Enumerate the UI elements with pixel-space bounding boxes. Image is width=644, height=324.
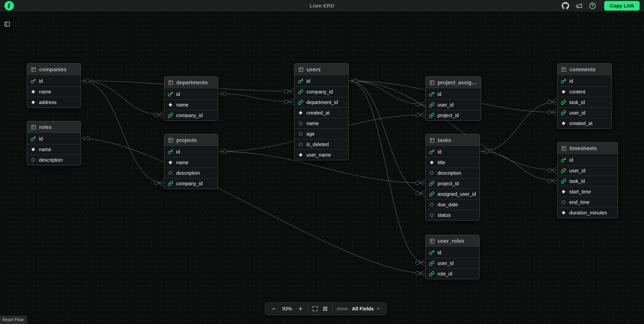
table-header[interactable]: project_assignments: [426, 77, 481, 89]
table-header[interactable]: comments: [558, 64, 611, 76]
app-header: ℓ Liam ERD Copy Link: [0, 0, 644, 12]
field-row-projects-company_id[interactable]: company_id: [164, 178, 218, 189]
field-name: name: [176, 160, 188, 166]
link-icon: [298, 89, 303, 94]
react-flow-attribution[interactable]: React Flow: [0, 316, 27, 324]
field-row-user_roles-user_id[interactable]: user_id: [426, 258, 479, 268]
field-row-tasks-project_id[interactable]: project_id: [426, 178, 480, 189]
table-name: companies: [39, 67, 66, 73]
field-name: id: [39, 78, 43, 84]
field-row-project_assignments-user_id[interactable]: user_id: [426, 99, 481, 110]
field-name: assigned_user_id: [438, 191, 476, 197]
github-button[interactable]: [561, 2, 570, 10]
link-icon: [168, 181, 173, 186]
field-row-companies-id[interactable]: id: [27, 76, 81, 86]
table-header[interactable]: users: [294, 64, 348, 76]
table-header[interactable]: user_roles: [426, 235, 479, 247]
field-row-user_roles-role_id[interactable]: role_id: [426, 268, 479, 279]
field-row-users-name[interactable]: name: [294, 118, 348, 128]
field-row-companies-name[interactable]: name: [27, 86, 81, 97]
zoom-in-button[interactable]: +: [298, 305, 304, 312]
table-header[interactable]: timesheets: [558, 142, 618, 155]
help-circle-icon: [589, 2, 596, 10]
link-icon: [429, 102, 434, 108]
field-row-tasks-title[interactable]: title: [426, 157, 480, 168]
field-row-projects-description[interactable]: description: [164, 168, 218, 178]
fields-filter-dropdown[interactable]: All Fields: [352, 306, 381, 312]
table-node-projects[interactable]: projectsidnamedescriptioncompany_id: [164, 134, 218, 189]
field-row-companies-address[interactable]: address: [27, 97, 81, 107]
field-row-timesheets-user_id[interactable]: user_id: [558, 165, 618, 176]
table-node-comments[interactable]: commentsidcontenttask_iduser_idcreated_a…: [557, 63, 612, 129]
field-row-tasks-due_date[interactable]: due_date: [426, 199, 480, 210]
diamond-outline-icon: [298, 131, 303, 136]
field-row-users-created_at[interactable]: created_at: [294, 107, 348, 118]
copy-link-button[interactable]: Copy Link: [604, 1, 640, 11]
field-row-timesheets-start_time[interactable]: start_time: [558, 186, 618, 197]
field-row-comments-user_id[interactable]: user_id: [558, 107, 611, 118]
field-name: id: [306, 78, 310, 84]
field-row-users-user_name[interactable]: user_name: [294, 149, 348, 160]
field-name: end_time: [569, 200, 590, 205]
field-row-roles-description[interactable]: description: [27, 154, 81, 165]
field-row-timesheets-end_time[interactable]: end_time: [558, 197, 618, 207]
field-row-timesheets-duration_minutes[interactable]: duration_minutes: [558, 207, 618, 218]
erd-canvas[interactable]: companiesidnameaddressrolesidnamedescrip…: [0, 12, 644, 324]
field-row-tasks-id[interactable]: id: [426, 146, 480, 157]
field-row-comments-content[interactable]: content: [558, 86, 611, 97]
field-row-users-id[interactable]: id: [294, 76, 348, 86]
link-icon: [429, 261, 434, 266]
field-name: user_id: [438, 261, 454, 266]
zoom-out-button[interactable]: −: [271, 305, 277, 312]
field-row-comments-id[interactable]: id: [558, 76, 611, 86]
field-row-tasks-assigned_user_id[interactable]: assigned_user_id: [426, 189, 480, 199]
field-row-users-is_deleted[interactable]: is_deleted: [294, 139, 348, 149]
field-row-timesheets-id[interactable]: id: [558, 155, 618, 165]
table-header[interactable]: departments: [164, 77, 218, 89]
field-row-departments-id[interactable]: id: [164, 89, 218, 99]
table-header[interactable]: companies: [27, 64, 81, 76]
field-row-tasks-description[interactable]: description: [426, 168, 480, 178]
field-row-roles-name[interactable]: name: [27, 144, 81, 154]
table-node-departments[interactable]: departmentsidnamecompany_id: [164, 76, 218, 121]
table-node-roles[interactable]: rolesidnamedescription: [27, 121, 81, 166]
field-row-comments-created_at[interactable]: created_at: [558, 118, 611, 128]
fields-filter-value: All Fields: [352, 306, 374, 312]
field-row-users-age[interactable]: age: [294, 128, 348, 139]
field-row-projects-id[interactable]: id: [164, 146, 218, 157]
sidebar-toggle-button[interactable]: [3, 20, 12, 28]
header-actions: Copy Link: [561, 1, 640, 11]
field-row-comments-task_id[interactable]: task_id: [558, 97, 611, 107]
table-node-tasks[interactable]: tasksidtitledescriptionproject_idassigne…: [425, 134, 480, 221]
table-node-companies[interactable]: companiesidnameaddress: [27, 63, 81, 108]
field-row-users-department_id[interactable]: department_id: [294, 97, 348, 107]
table-name: roles: [39, 124, 52, 130]
liam-logo[interactable]: ℓ: [4, 1, 14, 11]
field-row-user_roles-id[interactable]: id: [426, 247, 479, 258]
table-node-users[interactable]: usersidcompany_iddepartment_idcreated_at…: [294, 63, 349, 160]
field-name: id: [438, 91, 442, 97]
zoom-level: 93%: [281, 306, 293, 312]
field-row-tasks-status[interactable]: status: [426, 210, 480, 220]
field-row-project_assignments-id[interactable]: id: [426, 89, 481, 99]
table-header[interactable]: projects: [164, 134, 218, 146]
table-header[interactable]: tasks: [426, 134, 480, 146]
field-row-timesheets-task_id[interactable]: task_id: [558, 176, 618, 186]
field-row-roles-id[interactable]: id: [27, 133, 81, 144]
field-row-project_assignments-project_id[interactable]: project_id: [426, 110, 481, 120]
table-node-timesheets[interactable]: timesheetsiduser_idtask_idstart_timeend_…: [557, 142, 618, 218]
field-row-departments-company_id[interactable]: company_id: [164, 110, 218, 120]
help-button[interactable]: [588, 2, 597, 10]
table-node-user_roles[interactable]: user_rolesiduser_idrole_id: [425, 235, 480, 279]
table-header[interactable]: roles: [27, 121, 81, 133]
field-row-departments-name[interactable]: name: [164, 99, 218, 110]
table-node-project_assignments[interactable]: project_assignmentsiduser_idproject_id: [425, 76, 481, 121]
field-name: id: [438, 149, 442, 155]
field-row-users-company_id[interactable]: company_id: [294, 86, 348, 97]
fit-view-button[interactable]: [312, 306, 318, 312]
table-icon: [31, 124, 36, 130]
field-name: content: [569, 89, 586, 95]
field-row-projects-name[interactable]: name: [164, 157, 218, 168]
feedback-button[interactable]: [575, 2, 583, 10]
tidy-up-button[interactable]: [322, 306, 328, 312]
